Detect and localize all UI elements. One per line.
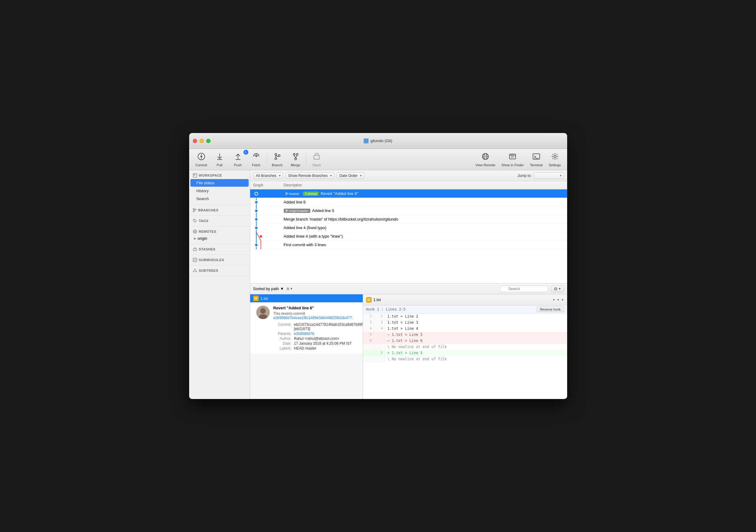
show-in-finder-button[interactable]: Show in Finder [499,151,527,168]
commit-button[interactable]: Commit [192,151,210,168]
commit-dot-1 [255,192,258,196]
title-text: gitundo (Git) [370,139,392,143]
sidebar-item-history[interactable]: History [190,187,249,195]
settings-button[interactable]: Settings [546,151,564,168]
merge-icon [291,152,300,162]
pull-button[interactable]: Pull [210,151,229,168]
branch-label: Branch [272,163,283,167]
workspace-section: WORKSPACE File status History Search [189,170,250,205]
show-remote-select[interactable]: Show Remote Branches [285,173,335,179]
branch-icon-origin [285,209,288,212]
list-view-button[interactable]: ≡ ▼ [286,286,293,292]
stashes-icon [193,247,197,252]
desc-cell-4: Merge branch 'master' of https://bitbuck… [281,217,567,222]
line-num-old-1: 2 [363,314,374,320]
branch-button[interactable]: Branch [268,151,286,168]
fetch-icon [252,152,260,162]
diff-more-button[interactable]: • • • [553,297,564,303]
terminal-label: Terminal [530,163,543,167]
meta-val-date: 17 January 2018 at 4:25:06 PM IST [294,341,363,346]
minimize-button[interactable] [200,139,204,143]
show-in-finder-icon [508,152,517,162]
meta-val-author: Rahul <rahul@attosol.com> [294,336,363,341]
commit-row-3[interactable]: origin/master Added line 5 [250,206,567,215]
commit-row-4[interactable]: Merge branch 'master' of https://bitbuck… [250,215,567,224]
graph-cell-5 [250,224,281,232]
merge-button[interactable]: Merge [286,151,305,168]
line-num-new-1: 2 [374,314,385,320]
push-icon [234,152,242,162]
svg-point-30 [193,211,194,212]
file-list-panel: M 1.txt [250,294,363,399]
settings-gear-button[interactable]: ⚙ ▼ [551,285,564,293]
svg-point-24 [554,155,556,157]
line-num-new-7: 5 [374,350,385,356]
close-button[interactable] [193,139,197,143]
commit-dot-2 [255,200,258,204]
toolbar: Commit Pull [189,149,567,170]
pull-icon [215,152,224,162]
svg-point-11 [296,153,298,155]
sorted-by-button[interactable]: Sorted by path ▼ [253,286,284,291]
commit-desc-1: Revert "Added line 6" [321,191,358,196]
search-input[interactable] [500,285,549,292]
svg-point-42 [196,271,197,272]
meta-key-parents: Parents: [273,332,292,336]
branch-icon-master [285,192,288,195]
jump-to-select-wrap: ▼ [534,173,564,179]
stash-button[interactable]: Stash [308,151,326,168]
file-item-1txt[interactable]: M 1.txt [250,294,363,302]
fetch-label: Fetch [252,163,260,167]
svg-rect-38 [193,258,197,262]
graph-cell-7 [250,241,281,249]
maximize-button[interactable] [206,139,210,143]
commit-body: This reverts commit e2b9688d7b4cea1f8c14… [273,311,363,320]
remotes-label: REMOTES [199,230,217,233]
branches-icon [193,208,197,212]
remotes-header: REMOTES [189,228,250,235]
commit-row-1[interactable]: master 2 ahead Revert "Added line 6" [250,189,567,198]
settings-icon [551,152,559,162]
branch-tag-master: master [284,192,301,196]
app-window: gitundo (Git) Commit [189,133,567,399]
diff-line-6: \ No newline at end of file [363,344,567,350]
branches-label: BRANCHES [198,208,218,212]
branch-tag-ahead: 2 ahead [303,192,319,196]
commit-row-2[interactable]: Added line 6 [250,198,567,206]
list-icon: ≡ [286,286,289,292]
terminal-button[interactable]: Terminal [527,151,546,168]
svg-line-44 [195,270,196,271]
sidebar-item-file-status[interactable]: File status [190,179,249,187]
sidebar-item-search[interactable]: Search [190,195,249,202]
commit-row-6[interactable]: Added linee 4 (with a typo "linee") [250,232,567,241]
graph-toolbar: All Branches ▼ Show Remote Branches ▼ Da… [250,170,567,181]
date-order-select[interactable]: Date Order [337,173,364,179]
app-icon [364,139,368,144]
submodules-header: SUBMODULES [189,256,250,263]
commit-body-link[interactable]: e2b9688d7b4cea1f8c1489e3d6448825fb2dc477 [273,316,352,320]
bottom-content: M 1.txt [250,294,567,399]
commit-row-5[interactable]: Added line 4 (fixed typo) [250,224,567,232]
jump-to-select[interactable] [534,173,564,179]
tags-section: TAGS [189,216,250,226]
sidebar-item-origin[interactable]: ▶ origin [189,235,250,242]
bottom-area: Sorted by path ▼ ≡ ▼ 🔍 ⚙ [250,283,567,399]
line-num-new-3: 4 [374,326,385,332]
fetch-button[interactable]: Fetch [247,151,265,168]
workspace-label: WORKSPACE [199,173,222,177]
pull-button-wrap: Pull [210,151,229,168]
show-in-finder-label: Show in Finder [501,163,524,167]
merge-label: Merge [291,163,300,167]
commit-desc-5: Added line 4 (fixed typo) [284,226,326,230]
stashes-header: STASHES [189,246,250,253]
submodules-icon [193,258,197,262]
view-remote-button[interactable]: View Remote [472,151,498,168]
svg-point-10 [293,153,295,155]
branches-select[interactable]: All Branches [253,173,283,179]
commit-row-7[interactable]: First commit with 3 lines [250,241,567,249]
line-content-8: \ No newline at end of file [385,356,567,362]
svg-point-12 [295,158,297,160]
parents-link[interactable]: e2b9688d7b [294,332,314,336]
line-num-new-5 [374,338,385,344]
reverse-hunk-button[interactable]: Reverse hunk [537,306,564,312]
